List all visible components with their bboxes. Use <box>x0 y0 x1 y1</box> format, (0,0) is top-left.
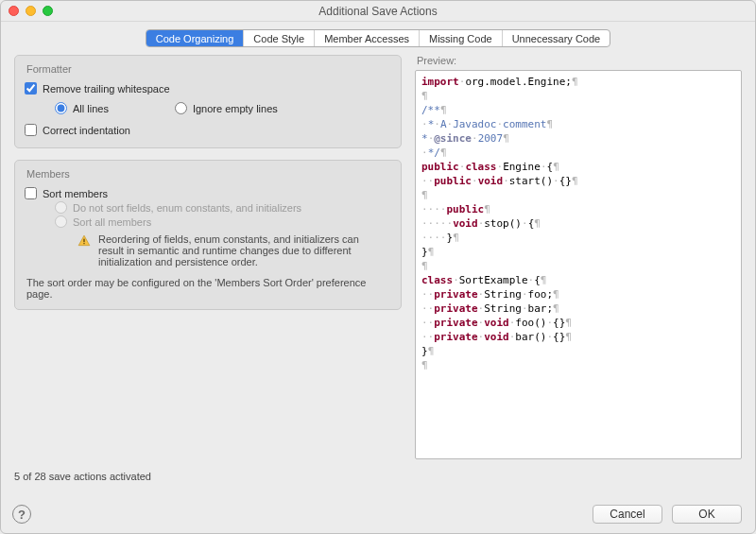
minimize-icon[interactable] <box>26 6 36 16</box>
preview-label: Preview: <box>417 55 742 66</box>
titlebar: Additional Save Actions <box>1 1 755 22</box>
help-icon[interactable]: ? <box>12 505 31 524</box>
dialog-window: Additional Save Actions Code OrganizingC… <box>0 0 756 534</box>
all-lines-radio[interactable] <box>55 102 67 114</box>
ok-button[interactable]: OK <box>672 505 742 524</box>
svg-rect-0 <box>83 239 84 242</box>
formatter-group-title: Formatter <box>26 63 391 75</box>
help-glyph: ? <box>18 508 26 522</box>
members-group-title: Members <box>26 168 391 180</box>
sort-all-label: Sort all members <box>73 216 151 228</box>
sort-members-label: Sort members <box>43 188 108 199</box>
ignore-empty-lines-label: Ignore empty lines <box>193 103 278 114</box>
close-icon[interactable] <box>9 6 19 16</box>
correct-indentation-label: Correct indentation <box>43 125 130 136</box>
button-row: Cancel OK <box>593 505 742 524</box>
trailing-whitespace-radios: All lines Ignore empty lines <box>25 100 391 116</box>
sort-all-radio-row: Sort all members <box>25 215 391 228</box>
window-controls <box>9 6 53 16</box>
spacer <box>14 321 402 459</box>
ignore-empty-lines-radio-row[interactable]: Ignore empty lines <box>175 102 278 114</box>
tab-member-accesses[interactable]: Member Accesses <box>315 30 420 46</box>
window-title: Additional Save Actions <box>1 5 755 18</box>
sort-warning-text: Reordering of fields, enum constants, an… <box>98 233 386 267</box>
tabs-row: Code OrganizingCode StyleMember Accesses… <box>1 22 755 55</box>
tab-unnecessary-code[interactable]: Unnecessary Code <box>503 30 610 46</box>
formatter-group: Formatter Remove trailing whitespace All… <box>14 55 402 148</box>
remove-trailing-whitespace-label: Remove trailing whitespace <box>43 83 170 95</box>
sort-order-hint: The sort order may be configured on the … <box>25 277 391 300</box>
do-not-sort-label: Do not sort fields, enum constants, and … <box>73 202 301 214</box>
preview-column: Preview: import·org.model.Engine;¶ ¶ /**… <box>415 55 742 459</box>
tab-code-style[interactable]: Code Style <box>244 30 315 46</box>
members-group: Members Sort members Do not sort fields,… <box>14 160 402 310</box>
tab-missing-code[interactable]: Missing Code <box>420 30 503 46</box>
svg-rect-1 <box>83 243 84 244</box>
cancel-button[interactable]: Cancel <box>593 505 662 524</box>
sort-members-checkbox-row[interactable]: Sort members <box>25 187 391 199</box>
all-lines-label: All lines <box>73 103 109 114</box>
do-not-sort-radio-row: Do not sort fields, enum constants, and … <box>25 201 391 214</box>
correct-indentation-checkbox[interactable] <box>25 124 37 136</box>
content-area: Formatter Remove trailing whitespace All… <box>1 55 755 467</box>
tab-bar: Code OrganizingCode StyleMember Accesses… <box>146 29 610 47</box>
remove-trailing-whitespace-checkbox[interactable] <box>25 82 37 95</box>
footer: 5 of 28 save actions activated ? Cancel … <box>1 467 755 533</box>
ignore-empty-lines-radio[interactable] <box>175 102 187 114</box>
all-lines-radio-row[interactable]: All lines <box>55 102 109 114</box>
do-not-sort-radio <box>55 201 67 214</box>
tab-code-organizing[interactable]: Code Organizing <box>146 30 245 46</box>
remove-trailing-whitespace-checkbox-row[interactable]: Remove trailing whitespace <box>25 82 391 95</box>
sort-warning-row: Reordering of fields, enum constants, an… <box>25 233 391 267</box>
preview-box[interactable]: import·org.model.Engine;¶ ¶ /**¶ ·*·A·Ja… <box>415 70 742 459</box>
warning-icon <box>77 234 91 248</box>
sort-all-radio <box>55 215 67 228</box>
zoom-icon[interactable] <box>43 6 53 16</box>
status-text: 5 of 28 save actions activated <box>14 471 151 482</box>
options-column: Formatter Remove trailing whitespace All… <box>14 55 402 459</box>
correct-indentation-checkbox-row[interactable]: Correct indentation <box>25 124 391 136</box>
sort-members-checkbox[interactable] <box>25 187 37 199</box>
